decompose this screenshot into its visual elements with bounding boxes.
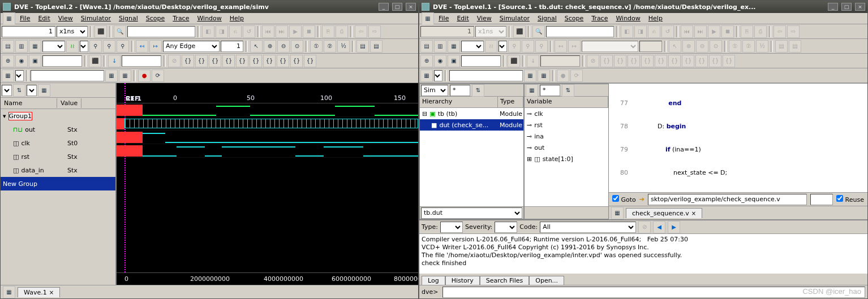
sig-opt-c[interactable] xyxy=(27,85,37,96)
r3a[interactable]: ⊕ xyxy=(420,55,433,67)
time-input[interactable] xyxy=(2,26,55,37)
ctab-log[interactable]: Log xyxy=(422,276,445,285)
cursor-icon[interactable]: ↖ xyxy=(250,40,263,53)
tb2-b[interactable]: ▥ xyxy=(15,40,28,53)
r2i[interactable]: ↦ xyxy=(568,40,581,53)
edge-select[interactable]: Any Edge xyxy=(163,41,220,52)
tb3-b[interactable]: ◉ xyxy=(15,55,28,67)
prompt-input[interactable] xyxy=(442,287,865,298)
r3h[interactable]: {} xyxy=(614,55,626,67)
maximize-button[interactable]: □ xyxy=(841,3,852,11)
var-state[interactable]: ⊞◫state[1:0] xyxy=(525,153,608,164)
r2-sel[interactable] xyxy=(461,41,484,52)
var-ina[interactable]: ⊸ina xyxy=(525,131,608,142)
menu-edit[interactable]: Edit xyxy=(453,14,472,23)
variable-list[interactable]: ⊸clk ⊸rst ⊸ina ⊸out ⊞◫state[1:0] xyxy=(525,108,608,206)
menu-file[interactable]: File xyxy=(435,14,452,23)
con-prev-icon[interactable]: ◀ xyxy=(653,221,665,233)
step-fwd-icon[interactable]: ⏭ xyxy=(276,25,288,38)
menu-trace[interactable]: Trace xyxy=(588,14,611,23)
menu-file[interactable]: File xyxy=(16,14,33,23)
col-hierarchy[interactable]: Hierarchy xyxy=(420,97,498,107)
rtb-d[interactable]: ↺ xyxy=(661,25,674,38)
menu-simulator[interactable]: Simulator xyxy=(78,14,114,23)
tb3-k[interactable]: {} xyxy=(236,55,248,67)
tb4-b[interactable]: ▦ xyxy=(105,70,118,82)
console-output[interactable]: Compiler version L-2016.06_Full64; Runti… xyxy=(419,234,867,274)
r3g[interactable]: {} xyxy=(600,55,613,67)
rtb-a[interactable]: ◧ xyxy=(621,25,633,38)
code-view[interactable]: 77 end 78 D: begin 79 if (ina==1) 80 nex… xyxy=(609,84,867,192)
tb3-h[interactable]: {} xyxy=(195,55,208,67)
r4-input[interactable] xyxy=(449,70,523,81)
sysmenu-icon[interactable]: ▦ xyxy=(3,12,15,25)
tb3-c[interactable]: ▣ xyxy=(29,55,41,67)
r2f[interactable]: ⚲ xyxy=(522,40,534,53)
r4-sel[interactable] xyxy=(434,70,442,81)
tb2-g[interactable]: ⚲ xyxy=(117,40,129,53)
rtb-b[interactable]: ◨ xyxy=(634,25,647,38)
tab-cfg-icon[interactable]: ▦ xyxy=(3,286,15,298)
hier-filter-btn[interactable]: ⇅ xyxy=(472,84,484,97)
var-clk[interactable]: ⊸clk xyxy=(525,108,608,119)
rtb-f[interactable]: ⏭ xyxy=(694,25,707,38)
r3n[interactable]: {} xyxy=(695,55,708,67)
tb2-f[interactable]: ⚲ xyxy=(103,40,115,53)
r3p[interactable]: {} xyxy=(723,55,735,67)
r4d[interactable]: ⟳ xyxy=(570,70,583,82)
rtb-g[interactable]: ▶ xyxy=(708,25,720,38)
r2j[interactable]: ↖ xyxy=(669,40,681,53)
sig-opt-b[interactable]: ⇅ xyxy=(13,84,25,97)
menu-help[interactable]: Help xyxy=(226,14,247,23)
tb2-sel[interactable] xyxy=(42,41,65,52)
ctab-search[interactable]: Search Files xyxy=(480,276,529,285)
back-icon[interactable]: ⇦ xyxy=(355,25,367,38)
rtb-c[interactable]: ⎌ xyxy=(648,25,660,38)
tb3-e[interactable]: ↓ xyxy=(108,55,121,67)
var-filter-btn[interactable]: ⇅ xyxy=(562,84,574,97)
tb-icon-d[interactable]: ↺ xyxy=(243,25,255,38)
tb-icon[interactable]: ⬛ xyxy=(513,25,526,38)
r2-sel2[interactable] xyxy=(499,41,507,52)
tb2-k[interactable]: ▤ xyxy=(356,40,369,53)
tb3-p[interactable]: {} xyxy=(304,55,316,67)
tb2-sel2[interactable] xyxy=(80,41,88,52)
menu-simulator[interactable]: Simulator xyxy=(496,14,533,23)
tab-source[interactable]: check_sequence.v× xyxy=(626,208,702,218)
reuse-check[interactable]: Reuse xyxy=(836,195,864,203)
tb-icon-c[interactable]: ⎌ xyxy=(229,25,242,38)
tb-icon-a[interactable]: ◧ xyxy=(202,25,214,38)
close-tab-icon[interactable]: × xyxy=(49,289,54,296)
zoom-fit-icon[interactable]: ⊙ xyxy=(291,40,303,53)
code-select[interactable]: All xyxy=(540,222,636,233)
var-out[interactable]: ⊸out xyxy=(525,142,608,153)
rtb-i[interactable]: ⎘ xyxy=(741,25,753,38)
signal-tree[interactable]: ▾Group1 ⊓⊔outStx ◫clkSt0 ◫rstStx ◫data_i… xyxy=(1,109,115,285)
tb2-c[interactable]: ▦ xyxy=(29,40,41,53)
menu-view[interactable]: View xyxy=(55,14,76,23)
close-button[interactable]: × xyxy=(855,3,865,11)
r2r[interactable]: ▤ xyxy=(789,40,801,53)
tb-icon-b[interactable]: ◨ xyxy=(216,25,228,38)
r2a[interactable]: ▤ xyxy=(420,40,433,53)
r3b[interactable]: ◉ xyxy=(434,55,446,67)
menu-help[interactable]: Help xyxy=(645,14,666,23)
find-icon[interactable]: 🔍 xyxy=(532,25,545,38)
r3j[interactable]: {} xyxy=(641,55,654,67)
menu-trace[interactable]: Trace xyxy=(169,14,192,23)
col-type[interactable]: Type xyxy=(498,97,523,107)
r2b[interactable]: ▥ xyxy=(434,40,446,53)
record-icon[interactable]: ● xyxy=(557,70,569,82)
menu-window[interactable]: Window xyxy=(194,14,225,23)
r3-input[interactable] xyxy=(461,55,501,67)
tb4-d[interactable]: ⟳ xyxy=(152,70,164,82)
wave-canvas[interactable]: C1:1REF 0 50 100 150 xyxy=(117,83,418,285)
tb4-a[interactable]: ▦ xyxy=(2,70,14,82)
tb3-i[interactable]: {} xyxy=(209,55,221,67)
sig-opt-a[interactable] xyxy=(2,85,12,96)
tb3-a[interactable]: ⊕ xyxy=(2,55,14,67)
run-icon[interactable]: ▶ xyxy=(289,25,302,38)
var-rst[interactable]: ⊸rst xyxy=(525,119,608,131)
hier-filter[interactable] xyxy=(450,85,470,96)
tb2-a[interactable]: ▤ xyxy=(2,40,14,53)
